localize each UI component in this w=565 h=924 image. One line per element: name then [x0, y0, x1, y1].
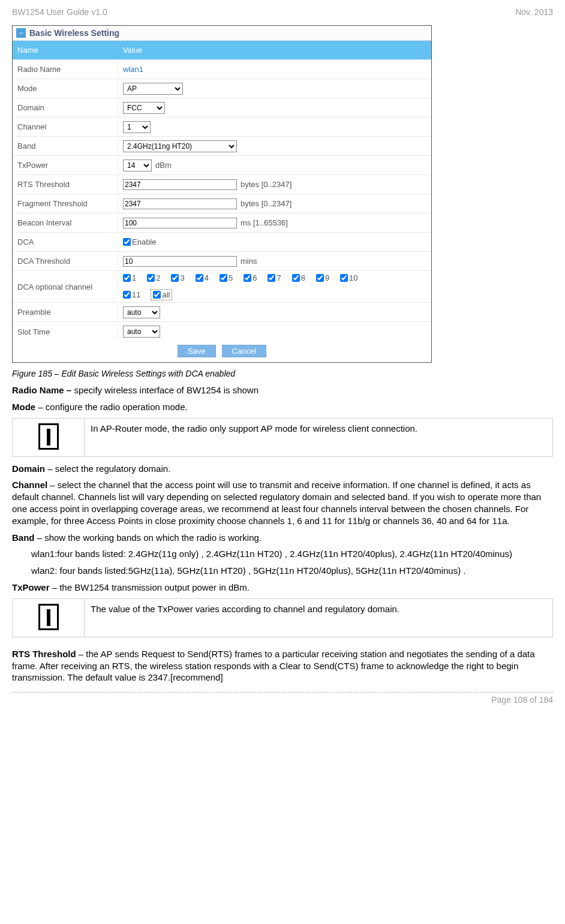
wireless-settings-panel: − Basic Wireless Setting Name Value Radi…	[12, 25, 432, 363]
dca-ch-7[interactable]	[268, 274, 275, 282]
info-box-1: In AP-Router mode, the radio only suppor…	[12, 418, 553, 457]
para-radio-name: Radio Name – specify wireless interface …	[12, 384, 553, 396]
channel-select[interactable]: 1	[123, 121, 151, 133]
collapse-icon[interactable]: −	[16, 28, 26, 38]
dca-ch-2[interactable]	[147, 274, 155, 282]
beacon-input[interactable]	[123, 218, 237, 228]
radio-name-value: wlan1	[118, 62, 431, 76]
dca-ch-3[interactable]	[171, 274, 179, 282]
para-channel: Channel – select the channel that the ac…	[12, 479, 553, 526]
para-txpower: TxPower – the BW1254 transmission output…	[12, 582, 553, 594]
doc-date: Nov. 2013	[515, 7, 553, 17]
rts-input[interactable]	[123, 179, 237, 190]
para-band-wlan1: wlan1:four bands listed: 2.4GHz(11g only…	[31, 548, 553, 560]
info-icon	[38, 604, 59, 630]
row-channel: Channel 1	[13, 118, 431, 137]
dca-threshold-hint: mins	[241, 257, 257, 266]
panel-titlebar: − Basic Wireless Setting	[13, 26, 431, 41]
table-header: Name Value	[13, 41, 431, 60]
figure-caption: Figure 185 – Edit Basic Wireless Setting…	[12, 369, 553, 378]
info-icon	[38, 423, 59, 450]
row-band: Band 2.4GHz(11ng HT20)	[13, 137, 431, 156]
row-preamble: Preamble auto	[13, 303, 431, 322]
row-mode: Mode AP	[13, 79, 431, 98]
row-dca: DCA Enable	[13, 233, 431, 252]
doc-title: BW1254 User Guide v1.0	[12, 7, 107, 17]
row-frag: Fragment Threshold bytes [0..2347]	[13, 194, 431, 213]
panel-title: Basic Wireless Setting	[29, 28, 119, 38]
para-rts: RTS Threshold – the AP sends Request to …	[12, 648, 553, 684]
row-radio-name: Radio Name wlan1	[13, 60, 431, 79]
para-band-wlan2: wlan2: four bands listed:5GHz(11a), 5GHz…	[31, 565, 553, 577]
info-box-2: The value of the TxPower varies accordin…	[12, 598, 553, 637]
txpower-select[interactable]: 14	[123, 159, 152, 171]
para-band: Band – show the working bands on which t…	[12, 532, 553, 544]
para-mode: Mode – configure the radio operation mod…	[12, 401, 553, 413]
frag-input[interactable]	[123, 198, 237, 209]
txpower-unit: dBm	[155, 161, 172, 170]
beacon-hint: ms [1..65536]	[241, 218, 288, 227]
dca-ch-9[interactable]	[316, 274, 324, 282]
button-bar: Save Cancel	[13, 341, 431, 362]
frag-hint: bytes [0..2347]	[241, 199, 291, 208]
info-icon-cell	[13, 418, 85, 456]
row-domain: Domain FCC	[13, 98, 431, 118]
dca-threshold-input[interactable]	[123, 256, 237, 267]
page-number: Page 108 of 184	[491, 695, 553, 705]
row-dca-channels: DCA optional channel 1 2 3 4 5 6 7 8 9 1…	[13, 271, 431, 303]
page-footer: Page 108 of 184	[12, 692, 553, 705]
page-header: BW1254 User Guide v1.0 Nov. 2013	[12, 7, 553, 17]
domain-select[interactable]: FCC	[123, 102, 165, 114]
row-beacon: Beacon Interval ms [1..65536]	[13, 213, 431, 233]
dca-ch-10[interactable]	[340, 274, 348, 282]
info-text-2: The value of the TxPower varies accordin…	[85, 598, 553, 637]
save-button[interactable]: Save	[178, 345, 216, 357]
dca-ch-11[interactable]	[123, 291, 131, 299]
para-domain: Domain – select the regulatory domain.	[12, 463, 553, 475]
info-icon-cell-2	[13, 598, 85, 637]
mode-select[interactable]: AP	[123, 83, 183, 95]
dca-enable-checkbox[interactable]	[123, 238, 131, 246]
row-slot: Slot Time auto	[13, 322, 431, 341]
row-txpower: TxPower 14 dBm	[13, 156, 431, 175]
dca-ch-all[interactable]	[153, 291, 161, 299]
dca-ch-8[interactable]	[292, 274, 300, 282]
row-dca-threshold: DCA Threshold mins	[13, 252, 431, 271]
cancel-button[interactable]: Cancel	[222, 345, 266, 357]
info-text-1: In AP-Router mode, the radio only suppor…	[85, 418, 553, 456]
col-value: Value	[118, 43, 431, 57]
rts-hint: bytes [0..2347]	[241, 180, 291, 189]
col-name: Name	[13, 42, 118, 58]
preamble-select[interactable]: auto	[123, 306, 160, 318]
dca-ch-6[interactable]	[244, 274, 251, 282]
slot-select[interactable]: auto	[123, 326, 160, 338]
dca-ch-1[interactable]	[123, 274, 131, 282]
band-select[interactable]: 2.4GHz(11ng HT20)	[123, 140, 237, 152]
dca-ch-5[interactable]	[220, 274, 227, 282]
dca-ch-4[interactable]	[196, 274, 203, 282]
row-rts: RTS Threshold bytes [0..2347]	[13, 175, 431, 194]
